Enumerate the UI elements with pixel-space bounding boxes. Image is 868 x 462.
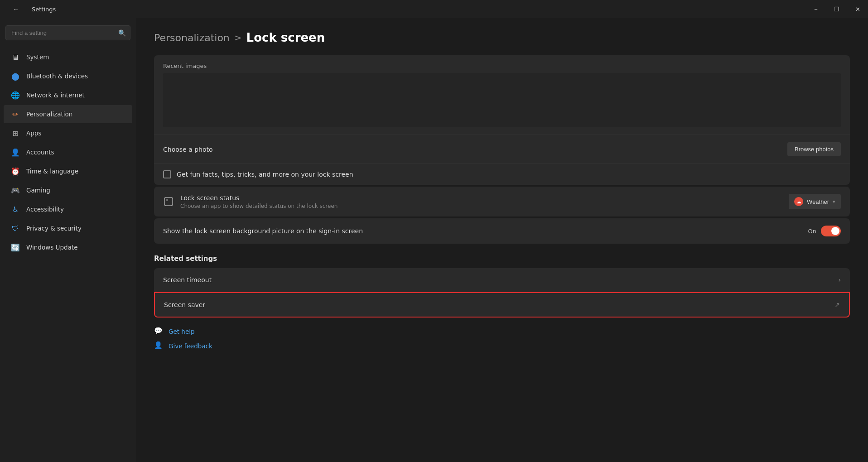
sidebar-item-system[interactable]: 🖥 System (4, 48, 132, 66)
lock-screen-status-card: Lock screen status Choose an app to show… (154, 187, 850, 217)
minimize-button[interactable]: − (805, 0, 826, 18)
help-section: 💬 Get help 👤 Give feedback (154, 327, 850, 351)
show-bg-label: Show the lock screen background picture … (163, 227, 363, 235)
toggle-knob (831, 227, 839, 235)
lock-screen-status-icon (163, 196, 174, 207)
accessibility-icon: ♿ (11, 205, 20, 214)
lock-screen-status-sublabel: Choose an app to show detailed status on… (180, 203, 338, 209)
titlebar-left: ← Settings (5, 0, 56, 18)
sidebar-item-label: Bluetooth & devices (26, 72, 88, 80)
feedback-icon: 👤 (154, 341, 164, 351)
chevron-down-icon: ▾ (833, 199, 835, 205)
sidebar-item-personalization[interactable]: ✏ Personalization (4, 105, 132, 123)
related-settings-card: Screen timeout › Screen saver ↗ (154, 268, 850, 318)
titlebar-controls: − ❐ ✕ (805, 0, 868, 18)
sidebar-item-apps[interactable]: ⊞ Apps (4, 124, 132, 142)
sidebar-item-accounts[interactable]: 👤 Accounts (4, 143, 132, 161)
give-feedback-label: Give feedback (169, 342, 212, 350)
sidebar-item-accessibility[interactable]: ♿ Accessibility (4, 200, 132, 218)
sidebar-item-privacy[interactable]: 🛡 Privacy & security (4, 219, 132, 237)
toggle-wrap: On (808, 226, 841, 236)
privacy-icon: 🛡 (11, 224, 20, 233)
sidebar-item-label: Accounts (26, 149, 54, 156)
show-bg-card: Show the lock screen background picture … (154, 218, 850, 244)
external-link-icon: ↗ (834, 301, 840, 308)
accounts-icon: 👤 (11, 148, 20, 157)
app-body: 🔍 🖥 System ⬤ Bluetooth & devices 🌐 Netwo… (0, 18, 868, 462)
chevron-right-icon: › (838, 276, 841, 284)
breadcrumb-separator: > (234, 32, 242, 43)
lock-screen-status-left: Lock screen status Choose an app to show… (163, 194, 338, 209)
get-help-link[interactable]: 💬 Get help (154, 327, 850, 337)
breadcrumb-current: Lock screen (246, 31, 325, 44)
sidebar-item-label: Network & internet (26, 91, 85, 99)
close-button[interactable]: ✕ (847, 0, 868, 18)
get-help-label: Get help (169, 328, 195, 335)
titlebar: ← Settings − ❐ ✕ (0, 0, 868, 18)
sidebar-item-network[interactable]: 🌐 Network & internet (4, 86, 132, 104)
search-input[interactable] (5, 25, 130, 40)
toggle-label: On (808, 228, 816, 235)
related-settings-title: Related settings (154, 255, 850, 263)
sidebar-item-label: System (26, 53, 49, 61)
system-icon: 🖥 (11, 53, 20, 62)
weather-icon: ☁ (794, 197, 803, 206)
show-bg-toggle[interactable] (821, 226, 841, 236)
personalization-icon: ✏ (11, 110, 20, 119)
network-icon: 🌐 (11, 91, 20, 100)
recent-images-section: Recent images (154, 55, 850, 135)
sidebar-item-time[interactable]: ⏰ Time & language (4, 162, 132, 180)
sidebar-item-label: Apps (26, 130, 41, 137)
sidebar-item-label: Personalization (26, 111, 72, 118)
search-container: 🔍 (5, 25, 130, 40)
lock-screen-status-label: Lock screen status (180, 194, 338, 202)
main-content: Personalization > Lock screen Recent ima… (136, 18, 868, 462)
help-icon: 💬 (154, 327, 164, 337)
fun-facts-checkbox[interactable] (163, 170, 171, 178)
time-icon: ⏰ (11, 167, 20, 176)
browse-photos-button[interactable]: Browse photos (787, 142, 841, 156)
give-feedback-link[interactable]: 👤 Give feedback (154, 341, 850, 351)
fun-facts-row: Get fun facts, tips, tricks, and more on… (154, 164, 850, 185)
search-icon: 🔍 (118, 29, 126, 37)
restore-button[interactable]: ❐ (826, 0, 847, 18)
weather-label: Weather (807, 198, 829, 205)
screen-timeout-label: Screen timeout (163, 276, 212, 284)
choose-photo-row: Choose a photo Browse photos (154, 135, 850, 164)
fun-facts-label: Get fun facts, tips, tricks, and more on… (177, 171, 353, 178)
screen-saver-row[interactable]: Screen saver ↗ (154, 292, 850, 318)
titlebar-title: Settings (32, 6, 56, 13)
recent-images-area (163, 73, 841, 127)
sidebar-item-label: Gaming (26, 187, 50, 194)
back-button[interactable]: ← (5, 0, 26, 18)
recent-images-title: Recent images (163, 63, 841, 69)
svg-rect-0 (164, 197, 173, 206)
update-icon: 🔄 (11, 243, 20, 252)
screen-saver-label: Screen saver (164, 301, 205, 308)
bluetooth-icon: ⬤ (11, 72, 20, 81)
breadcrumb: Personalization > Lock screen (154, 31, 850, 44)
lock-screen-status-text: Lock screen status Choose an app to show… (180, 194, 338, 209)
breadcrumb-parent: Personalization (154, 32, 230, 43)
lock-screen-card: Recent images Choose a photo Browse phot… (154, 55, 850, 185)
sidebar-item-label: Accessibility (26, 206, 64, 213)
sidebar: 🔍 🖥 System ⬤ Bluetooth & devices 🌐 Netwo… (0, 18, 136, 462)
sidebar-item-bluetooth[interactable]: ⬤ Bluetooth & devices (4, 67, 132, 85)
sidebar-item-update[interactable]: 🔄 Windows Update (4, 238, 132, 256)
screen-timeout-row[interactable]: Screen timeout › (154, 268, 850, 292)
lock-screen-status-row: Lock screen status Choose an app to show… (154, 187, 850, 217)
gaming-icon: 🎮 (11, 186, 20, 195)
sidebar-item-gaming[interactable]: 🎮 Gaming (4, 181, 132, 199)
sidebar-item-label: Windows Update (26, 244, 77, 251)
svg-rect-1 (166, 199, 168, 201)
apps-icon: ⊞ (11, 129, 20, 138)
sidebar-item-label: Time & language (26, 168, 78, 175)
choose-photo-label: Choose a photo (163, 146, 213, 153)
sidebar-item-label: Privacy & security (26, 225, 82, 232)
weather-dropdown-button[interactable]: ☁ Weather ▾ (789, 194, 841, 209)
show-bg-row: Show the lock screen background picture … (154, 218, 850, 244)
